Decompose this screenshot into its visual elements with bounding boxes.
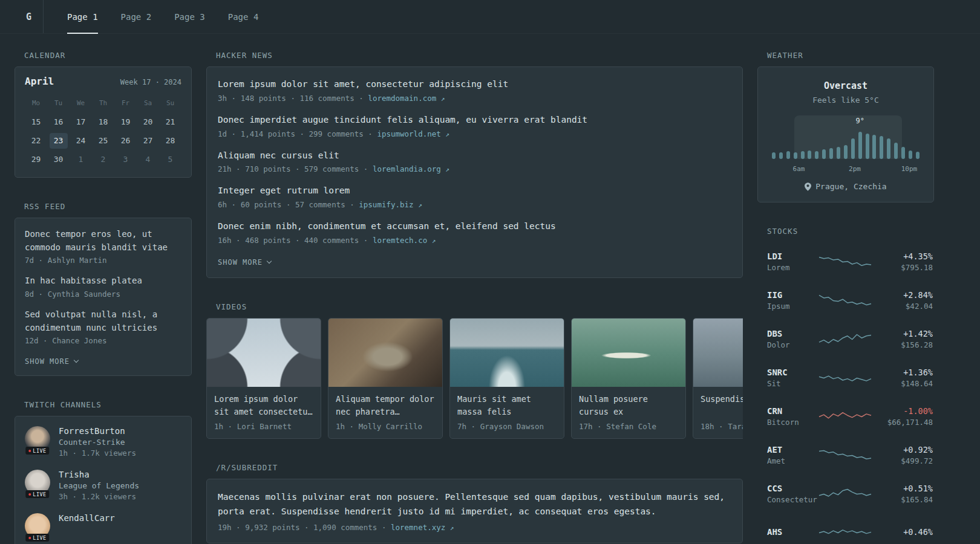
live-badge: LIVE (25, 490, 49, 498)
hackernews-item-title[interactable]: Donec enim nibh, condimentum et accumsan… (218, 220, 731, 233)
stock-sparkline (818, 330, 872, 348)
stock-id: LDI Lorem (767, 251, 818, 272)
weather-time-label: 2pm (849, 165, 861, 173)
weather-location-label: Prague, Czechia (815, 182, 886, 191)
stock-symbol: CRN (767, 406, 818, 416)
video-title[interactable]: Aliquam tempor dolor nec pharetra… (328, 387, 442, 418)
hackernews-item-domain-link[interactable]: ipsumify.biz ↗ (359, 200, 422, 209)
twitch-channel[interactable]: LIVE Trisha League of Legends 3h · 1.2k … (25, 470, 181, 501)
calendar-header: April Week 17 · 2024 (25, 76, 181, 87)
stock-id: AET Amet (767, 445, 818, 465)
stock-change: +2.84% (903, 290, 933, 300)
weather-widget: WEATHER Overcast Feels like 5°C 9° 6am2p… (757, 51, 934, 202)
hackernews-item-title[interactable]: Integer eget rutrum lorem (218, 184, 731, 198)
video-card[interactable]: Nullam posuere cursus ex 17h · Stefan Co… (571, 318, 686, 439)
stock-row[interactable]: DBS Dolor +1.42% $156.28 (757, 320, 934, 358)
external-link-icon: ↗ (445, 131, 449, 138)
twitch-channel-name[interactable]: KendallCarr (59, 513, 115, 523)
stock-row[interactable]: SNRC Sit +1.36% $148.64 (757, 358, 934, 397)
subreddit-post-title[interactable]: Maecenas mollis pulvinar erat non posuer… (218, 492, 725, 516)
video-title[interactable]: Nullam posuere cursus ex (572, 387, 685, 418)
hackernews-widget: HACKER NEWS Lorem ipsum dolor sit amet, … (206, 51, 743, 278)
rss-show-more-button[interactable]: SHOW MORE (25, 357, 78, 366)
video-title[interactable]: Mauris sit amet massa felis (450, 387, 564, 418)
stock-row[interactable]: AET Amet +0.92% $499.72 (757, 436, 934, 474)
rss-item[interactable]: Donec tempor eros leo, ut commodo mauris… (25, 228, 181, 265)
twitch-channel-info: ForrestBurton Counter-Strike 1h · 1.7k v… (59, 426, 136, 458)
stock-name: Sit (767, 379, 818, 388)
hackernews-item-meta: 21h · 710 points · 579 comments · loreml… (218, 164, 731, 173)
page-tab[interactable]: Page 3 (163, 0, 217, 33)
video-thumbnail[interactable] (328, 319, 442, 387)
app-logo[interactable]: G (15, 0, 44, 33)
video-thumbnail[interactable] (572, 319, 685, 387)
subreddit-post-domain-link[interactable]: loremnet.xyz ↗ (391, 523, 454, 532)
external-link-icon: ↗ (441, 95, 445, 103)
twitch-channel-game[interactable]: League of Legends (59, 481, 139, 490)
live-dot-icon (28, 493, 31, 496)
twitch-channel[interactable]: LIVE KendallCarr (25, 513, 181, 539)
stock-row[interactable]: CRN Bitcorn -1.00% $66,171.48 (757, 397, 934, 436)
stock-sparkline (818, 407, 872, 426)
page-tab[interactable]: Page 2 (109, 0, 163, 33)
calendar-grid: 1516171819202122232425262728293012345 (25, 114, 181, 167)
rss-item[interactable]: In hac habitasse platea 8d · Cynthia Sau… (25, 274, 181, 299)
video-thumbnail[interactable] (693, 319, 743, 387)
stock-row[interactable]: IIG Ipsum +2.84% $42.04 (757, 281, 934, 320)
subreddit-post-stats: 19h · 9,932 points · 1,090 comments · (218, 523, 391, 532)
rss-item-title[interactable]: Donec tempor eros leo, ut commodo mauris… (25, 228, 181, 254)
rss-item[interactable]: Sed volutpat nulla nisl, a condimentum n… (25, 308, 181, 345)
calendar-day: 24 (72, 133, 90, 149)
calendar-widget: CALENDAR April Week 17 · 2024 MoTuWeThFr… (15, 51, 192, 178)
page-tab[interactable]: Page 1 (56, 0, 109, 33)
weather-time-label: 6am (793, 165, 805, 173)
calendar-day: 26 (117, 133, 135, 149)
hackernews-item: Integer eget rutrum lorem 6h · 60 points… (218, 184, 731, 209)
external-link-icon: ↗ (445, 166, 449, 173)
external-link-icon: ↗ (450, 524, 454, 532)
twitch-channel-name[interactable]: Trisha (59, 470, 139, 479)
calendar-day: 22 (27, 133, 45, 149)
hackernews-item-title[interactable]: Lorem ipsum dolor sit amet, consectetur … (218, 78, 731, 91)
video-thumbnail[interactable] (207, 319, 321, 387)
stock-name: Bitcorn (767, 418, 818, 427)
stock-row[interactable]: AHS +0.46% (757, 513, 934, 544)
hackernews-item: Donec enim nibh, condimentum et accumsan… (218, 220, 731, 245)
hackernews-item-domain-link[interactable]: ipsumworld.net ↗ (377, 129, 449, 138)
stock-symbol: DBS (767, 329, 818, 338)
hackernews-item-domain: loremdomain.com (368, 94, 436, 103)
video-card[interactable]: Suspendisse diam 18h · Tara (693, 318, 743, 439)
page-tab[interactable]: Page 4 (217, 0, 270, 33)
rss-item-title[interactable]: In hac habitasse platea (25, 274, 181, 288)
hackernews-item-stats: 6h · 60 points · 57 comments · (218, 200, 359, 209)
weather-bar (894, 143, 898, 159)
twitch-channel-name[interactable]: ForrestBurton (59, 426, 136, 436)
hackernews-item-domain-link[interactable]: loremtech.co ↗ (373, 236, 436, 245)
stock-row[interactable]: LDI Lorem +4.35% $795.18 (757, 242, 934, 281)
hackernews-item: Aliquam nec cursus elit 21h · 710 points… (218, 149, 731, 174)
hackernews-item-title[interactable]: Donec imperdiet augue tincidunt felis al… (218, 114, 731, 127)
video-title[interactable]: Lorem ipsum dolor sit amet consectetu… (207, 387, 321, 418)
hackernews-show-more-button[interactable]: SHOW MORE (218, 258, 271, 267)
video-card[interactable]: Lorem ipsum dolor sit amet consectetu… 1… (206, 318, 321, 439)
twitch-channel[interactable]: LIVE ForrestBurton Counter-Strike 1h · 1… (25, 426, 181, 458)
stock-row[interactable]: CCS Consectetur +0.51% $165.84 (757, 474, 934, 513)
hackernews-item-domain: loremlandia.org (373, 164, 441, 173)
hackernews-item-domain-link[interactable]: loremlandia.org ↗ (373, 164, 449, 173)
twitch-channel-game[interactable]: Counter-Strike (59, 438, 136, 447)
video-thumbnail[interactable] (450, 319, 564, 387)
stock-change: +0.51% (903, 484, 933, 493)
page-tabs: Page 1 Page 2 Page 3 Page 4 (56, 0, 270, 33)
hackernews-item-title[interactable]: Aliquam nec cursus elit (218, 149, 731, 163)
weather-bar (844, 145, 848, 159)
rss-item-title[interactable]: Sed volutpat nulla nisl, a condimentum n… (25, 308, 181, 334)
rss-item-meta: 7d · Ashlyn Martin (25, 256, 181, 265)
weather-bar (858, 132, 862, 159)
stocks-widget-title: STOCKS (767, 227, 934, 236)
video-title[interactable]: Suspendisse diam (693, 387, 743, 418)
video-card[interactable]: Aliquam tempor dolor nec pharetra… 1h · … (328, 318, 443, 439)
video-card[interactable]: Mauris sit amet massa felis 7h · Grayson… (449, 318, 564, 439)
stock-symbol: LDI (767, 251, 818, 261)
hackernews-item-domain-link[interactable]: loremdomain.com ↗ (368, 94, 445, 103)
page-tab-label: Page 4 (228, 12, 259, 22)
